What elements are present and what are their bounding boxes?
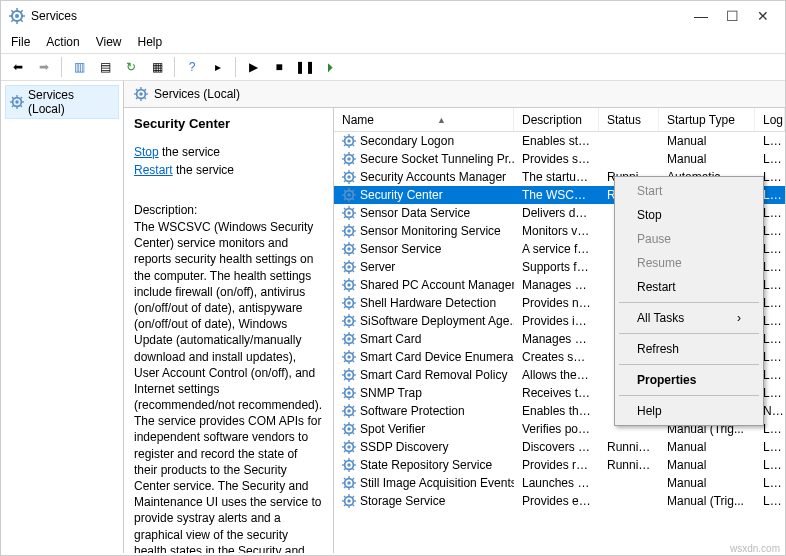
stop-service-button[interactable]: ■: [268, 56, 290, 78]
menu-help[interactable]: Help: [138, 35, 163, 49]
ctx-all-tasks[interactable]: All Tasks: [617, 306, 761, 330]
maximize-button[interactable]: ☐: [726, 8, 739, 24]
app-icon: [9, 8, 25, 24]
service-row[interactable]: Storage ServiceProvides en...Manual (Tri…: [334, 492, 785, 510]
service-row[interactable]: Still Image Acquisition EventsLaunches a…: [334, 474, 785, 492]
ctx-stop[interactable]: Stop: [617, 203, 761, 227]
gear-icon: [342, 440, 356, 454]
gear-icon: [342, 350, 356, 364]
col-logon[interactable]: Log: [755, 108, 785, 131]
gear-icon: [342, 278, 356, 292]
gear-icon: [342, 458, 356, 472]
gear-icon: [342, 170, 356, 184]
gear-icon: [342, 242, 356, 256]
detail-pane: Security Center Stop the service Restart…: [124, 108, 334, 553]
gear-icon: [342, 494, 356, 508]
gear-icon: [342, 332, 356, 346]
watermark: wsxdn.com: [730, 543, 780, 554]
services-list: Name▲ Description Status Startup Type Lo…: [334, 108, 785, 553]
service-row[interactable]: Secondary LogonEnables star...ManualLoc: [334, 132, 785, 150]
list-header: Services (Local): [124, 81, 785, 108]
menu-file[interactable]: File: [11, 35, 30, 49]
titlebar[interactable]: Services — ☐ ✕: [1, 1, 785, 31]
gear-icon: [10, 95, 24, 109]
ctx-refresh[interactable]: Refresh: [617, 337, 761, 361]
refresh-button[interactable]: ↻: [120, 56, 142, 78]
col-description[interactable]: Description: [514, 108, 599, 131]
ctx-properties[interactable]: Properties: [617, 368, 761, 392]
ctx-pause: Pause: [617, 227, 761, 251]
close-button[interactable]: ✕: [757, 8, 769, 24]
gear-icon: [342, 188, 356, 202]
service-row[interactable]: State Repository ServiceProvides re...Ru…: [334, 456, 785, 474]
gear-icon: [342, 476, 356, 490]
tree-item-services-local[interactable]: Services (Local): [5, 85, 119, 119]
gear-icon: [342, 404, 356, 418]
window-title: Services: [31, 9, 694, 23]
ctx-resume: Resume: [617, 251, 761, 275]
show-hide-button[interactable]: ▥: [68, 56, 90, 78]
minimize-button[interactable]: —: [694, 8, 708, 24]
service-row[interactable]: Secure Socket Tunneling Pr...Provides su…: [334, 150, 785, 168]
ctx-restart[interactable]: Restart: [617, 275, 761, 299]
gear-icon: [342, 260, 356, 274]
column-headers: Name▲ Description Status Startup Type Lo…: [334, 108, 785, 132]
action-button[interactable]: ▸: [207, 56, 229, 78]
gear-icon: [342, 134, 356, 148]
toolbar: ⬅ ➡ ▥ ▤ ↻ ▦ ? ▸ ▶ ■ ❚❚ ⏵: [1, 53, 785, 81]
context-menu: StartStopPauseResumeRestartAll TasksRefr…: [614, 176, 764, 426]
tree-pane: Services (Local): [1, 81, 124, 553]
ctx-start: Start: [617, 179, 761, 203]
pause-service-button[interactable]: ❚❚: [294, 56, 316, 78]
gear-icon: [342, 206, 356, 220]
gear-icon: [342, 368, 356, 382]
gear-icon: [342, 386, 356, 400]
back-button[interactable]: ⬅: [7, 56, 29, 78]
col-startup-type[interactable]: Startup Type: [659, 108, 755, 131]
help-button[interactable]: ?: [181, 56, 203, 78]
restart-service-button[interactable]: ⏵: [320, 56, 342, 78]
stop-link[interactable]: Stop: [134, 145, 159, 159]
menu-action[interactable]: Action: [46, 35, 79, 49]
menu-view[interactable]: View: [96, 35, 122, 49]
gear-icon: [342, 422, 356, 436]
service-row[interactable]: SSDP DiscoveryDiscovers n...RunningManua…: [334, 438, 785, 456]
ctx-help[interactable]: Help: [617, 399, 761, 423]
description-text: The WSCSVC (Windows Security Center) ser…: [134, 219, 323, 553]
forward-button[interactable]: ➡: [33, 56, 55, 78]
col-name[interactable]: Name▲: [334, 108, 514, 131]
gear-icon: [342, 314, 356, 328]
gear-icon: [342, 224, 356, 238]
detail-title: Security Center: [134, 116, 323, 131]
col-status[interactable]: Status: [599, 108, 659, 131]
start-service-button[interactable]: ▶: [242, 56, 264, 78]
restart-link[interactable]: Restart: [134, 163, 173, 177]
gear-icon: [134, 87, 148, 101]
properties-button[interactable]: ▦: [146, 56, 168, 78]
gear-icon: [342, 152, 356, 166]
export-button[interactable]: ▤: [94, 56, 116, 78]
menubar: File Action View Help: [1, 31, 785, 53]
gear-icon: [342, 296, 356, 310]
sort-arrow-icon: ▲: [437, 115, 446, 125]
description-label: Description:: [134, 203, 323, 217]
